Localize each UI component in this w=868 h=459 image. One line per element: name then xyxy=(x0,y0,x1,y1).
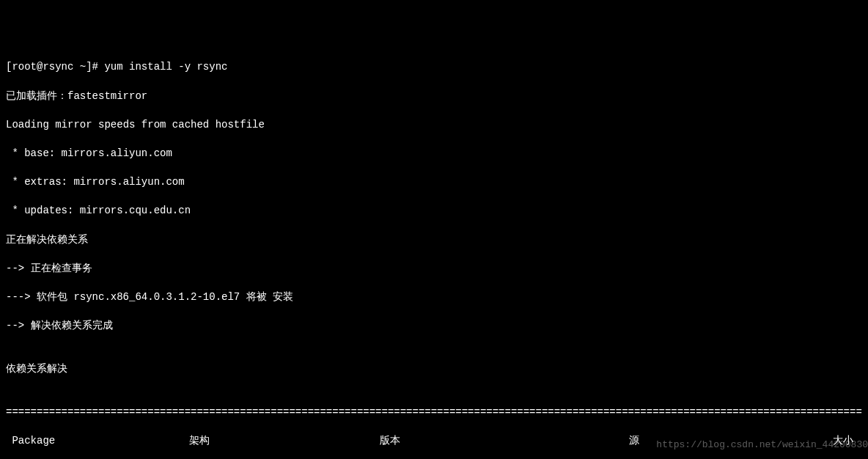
output-line: * base: mirrors.aliyun.com xyxy=(6,147,862,161)
output-line: * extras: mirrors.aliyun.com xyxy=(6,175,862,190)
output-line: --> 解决依赖关系完成 xyxy=(6,319,862,334)
output-line: 依赖关系解决 xyxy=(6,362,862,377)
output-line: 已加载插件：fastestmirror xyxy=(6,89,862,104)
output-line: 正在解决依赖关系 xyxy=(6,233,862,248)
output-line: --> 正在检查事务 xyxy=(6,262,862,276)
divider: ========================================… xyxy=(6,405,862,420)
header-version: 版本 xyxy=(380,434,629,449)
watermark: https://blog.csdn.net/weixin_44200830 xyxy=(656,438,868,452)
prompt-line: [root@rsync ~]# yum install -y rsync xyxy=(6,60,862,75)
header-arch: 架构 xyxy=(189,434,380,449)
output-line: ---> 软件包 rsync.x86_64.0.3.1.2-10.el7 将被 … xyxy=(6,290,862,305)
output-line: * updates: mirrors.cqu.edu.cn xyxy=(6,204,862,219)
output-line: Loading mirror speeds from cached hostfi… xyxy=(6,118,862,133)
header-package: Package xyxy=(6,434,189,449)
